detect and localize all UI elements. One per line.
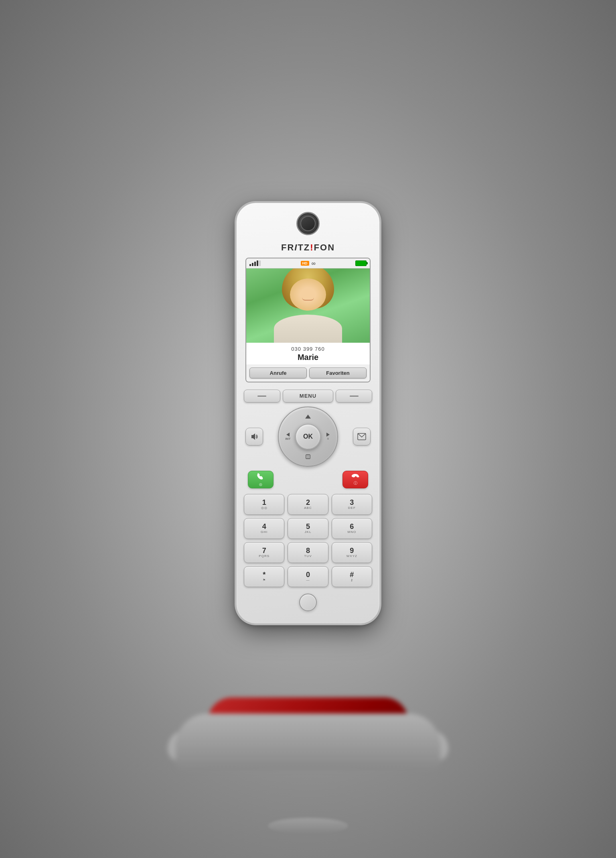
key-3-alpha: DEF (348, 506, 356, 510)
key-1[interactable]: 1 ◎◎ (244, 494, 284, 515)
handset-reflection (268, 818, 348, 834)
svg-marker-5 (326, 433, 330, 437)
red-phone-icon (351, 474, 360, 481)
svg-marker-4 (286, 433, 290, 437)
speaker-icon (250, 432, 259, 441)
top-speaker-inner (300, 216, 316, 231)
key-1-num: 1 (262, 499, 266, 506)
base-station (168, 697, 448, 770)
battery-icon (355, 260, 367, 266)
call-button[interactable]: ◎ (248, 471, 274, 488)
screen-buttons: Anrufe Favoriten (246, 364, 370, 382)
brand-name: FRiTZ!Fon (244, 242, 372, 253)
keys-section: MENU (244, 390, 372, 587)
key-1-alpha: ◎◎ (261, 506, 267, 510)
key-0-alpha: — (306, 579, 310, 582)
call-sub-icon: ◎ (259, 483, 262, 486)
key-star[interactable]: * ⚑ (244, 566, 284, 587)
key-7-alpha: PQRS (259, 555, 270, 558)
key-8-num: 8 (306, 547, 310, 554)
numpad: 1 ◎◎ 2 ABC 3 DEF 4 GHI 5 JKL 6 MNO (244, 494, 372, 587)
bottom-round-button[interactable] (299, 594, 317, 611)
ok-button[interactable]: OK (295, 424, 321, 449)
mail-icon (357, 433, 366, 440)
calls-button[interactable]: Anrufe (249, 368, 307, 378)
bar5 (259, 260, 261, 266)
key-hash-alpha: ⚷ (351, 579, 353, 582)
left-arrow-icon (286, 432, 290, 437)
brand-exclaim: ! (310, 242, 314, 252)
key-6-num: 6 (350, 523, 354, 530)
down-book-icon (305, 454, 311, 459)
nav-cluster: INT ≡ OK (244, 407, 372, 467)
key-hash[interactable]: # ⚷ (332, 566, 372, 587)
key-9-num: 9 (350, 547, 354, 554)
dpad-down[interactable] (300, 451, 316, 463)
key-7-num: 7 (262, 547, 266, 554)
soft-keys-row: MENU (244, 390, 372, 403)
key-5-alpha: JKL (305, 531, 312, 534)
phone-number: 030 399 760 (250, 346, 366, 352)
status-bar: HD ∞ (246, 258, 370, 268)
key-9[interactable]: 9 WXYZ (332, 542, 372, 563)
top-speaker-area (244, 203, 372, 239)
dpad-up[interactable] (300, 411, 316, 423)
handset: FRiTZ!Fon HD ∞ (236, 202, 380, 624)
key-0[interactable]: 0 — (288, 566, 328, 587)
key-8[interactable]: 8 TUV (288, 542, 328, 563)
key-9-alpha: WXYZ (346, 555, 357, 558)
bar3 (254, 262, 256, 266)
key-4-num: 4 (262, 523, 266, 530)
contact-photo (246, 268, 370, 343)
key-2-num: 2 (306, 499, 310, 506)
favorites-button[interactable]: Favoriten (309, 368, 367, 378)
call-keys-row: ◎ ⓘ (244, 471, 372, 488)
voicemail-icon: ∞ (312, 260, 316, 266)
up-arrow-icon (305, 414, 311, 419)
top-speaker (296, 212, 320, 235)
key-star-alpha: ⚑ (263, 579, 266, 582)
key-star-num: * (263, 571, 265, 578)
contact-name: Marie (250, 353, 366, 362)
mail-button[interactable] (353, 428, 371, 445)
bar4 (257, 260, 258, 266)
key-2[interactable]: 2 ABC (288, 494, 328, 515)
bar2 (252, 263, 253, 266)
key-7[interactable]: 7 PQRS (244, 542, 284, 563)
dpad-left[interactable]: INT (282, 429, 294, 445)
person-smile (302, 297, 314, 301)
soft-key-right[interactable] (336, 390, 372, 403)
hd-badge: HD (301, 261, 309, 266)
key-4[interactable]: 4 GHI (244, 518, 284, 539)
key-0-num: 0 (306, 571, 310, 578)
call-phone-icon (256, 473, 265, 482)
speaker-button[interactable] (245, 428, 263, 445)
dpad-right[interactable]: ≡ (322, 429, 334, 445)
dpad-right-label: ≡ (327, 437, 329, 441)
end-sub-icon: ⓘ (354, 482, 357, 485)
soft-key-left[interactable] (244, 390, 280, 403)
dpad: INT ≡ OK (278, 407, 338, 467)
key-5-num: 5 (306, 523, 310, 530)
svg-marker-1 (305, 415, 311, 419)
person-face (290, 279, 326, 311)
person-body (274, 315, 342, 343)
menu-key[interactable]: MENU (283, 390, 333, 403)
svg-marker-0 (251, 433, 255, 440)
key-4-alpha: GHI (261, 531, 267, 534)
key-8-alpha: TUV (304, 555, 312, 558)
key-6[interactable]: 6 MNO (332, 518, 372, 539)
bar1 (249, 264, 251, 266)
key-6-alpha: MNO (347, 531, 356, 534)
key-3-num: 3 (350, 499, 354, 506)
key-5[interactable]: 5 JKL (288, 518, 328, 539)
key-hash-num: # (350, 571, 354, 578)
end-button[interactable]: ⓘ (342, 471, 368, 488)
base-body (176, 714, 440, 770)
key-3[interactable]: 3 DEF (332, 494, 372, 515)
right-arrow-icon (326, 432, 330, 437)
signal-bars (249, 260, 261, 266)
phone-screen: HD ∞ 030 399 760 Marie Anrufe Favori (245, 258, 371, 382)
soft-key-left-icon (257, 396, 266, 396)
key-2-alpha: ABC (304, 506, 312, 510)
